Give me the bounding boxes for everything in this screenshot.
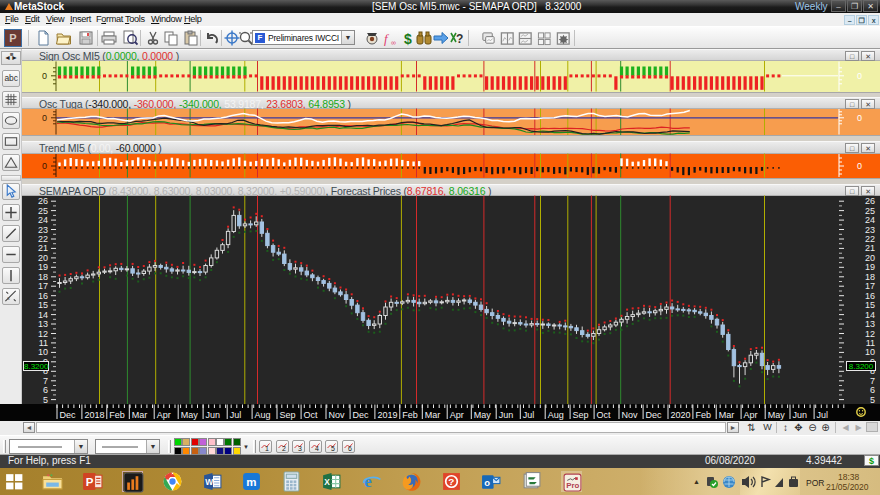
svg-text:3: 3 <box>298 445 302 452</box>
svg-text:6: 6 <box>348 445 352 452</box>
svg-text:4: 4 <box>315 445 319 452</box>
svg-text:$: $ <box>404 31 412 47</box>
svg-text:2: 2 <box>282 445 286 452</box>
svg-text:abc: abc <box>4 73 18 83</box>
svg-text:?: ? <box>456 32 463 46</box>
svg-text:1: 1 <box>265 445 269 452</box>
svg-text:5: 5 <box>331 445 335 452</box>
svg-text:∞: ∞ <box>391 39 396 46</box>
svg-text:f: f <box>384 31 390 46</box>
